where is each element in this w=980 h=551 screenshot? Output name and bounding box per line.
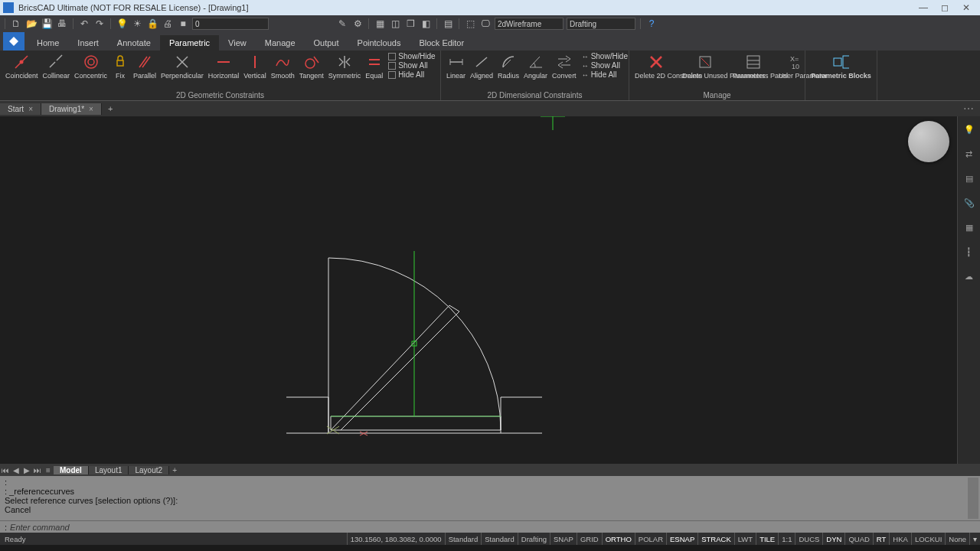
visual-style-dropdown[interactable]: 2dWireframe	[495, 18, 564, 30]
iso-icon[interactable]: ⬚	[464, 18, 476, 30]
dim-showall[interactable]: ↔Show All	[582, 61, 628, 70]
status-toggle-lockui[interactable]: LOCKUI	[911, 533, 945, 545]
parameters-panel-button[interactable]: Parameters Panel	[730, 52, 776, 81]
view-icon[interactable]: ◧	[420, 18, 432, 30]
dim-hideall[interactable]: ↔Hide All	[582, 70, 628, 79]
display-icon[interactable]: 🖵	[479, 18, 492, 30]
tab-insert[interactable]: Insert	[68, 35, 108, 51]
status-toggle-strack[interactable]: STRACK	[697, 533, 734, 545]
grid-icon[interactable]: ▦	[374, 18, 386, 30]
attachment-icon[interactable]: 📎	[962, 196, 976, 210]
geo-showall[interactable]: Show All	[388, 61, 435, 70]
parametric-blocks-button[interactable]: Parametric Blocks	[808, 52, 874, 81]
status-toggle-tile[interactable]: TILE	[756, 533, 778, 545]
grid2-icon[interactable]: ▤	[442, 18, 454, 30]
status-toggle-lwt[interactable]: LWT	[734, 533, 756, 545]
command-history[interactable]: : : _referencecurves Select reference cu…	[0, 476, 980, 520]
undo-icon[interactable]: ↶	[78, 18, 90, 30]
lightbulb-icon[interactable]: 💡	[116, 18, 128, 30]
cube-icon[interactable]: ❒	[404, 18, 416, 30]
parallel-button[interactable]: Parallel	[131, 52, 158, 81]
color-swatch-icon[interactable]: ■	[177, 18, 189, 30]
tips-icon[interactable]: 💡	[962, 122, 976, 136]
new-icon[interactable]: 🗋	[10, 18, 22, 30]
open-icon[interactable]: 📂	[25, 18, 38, 30]
equal-button[interactable]: Equal	[363, 52, 385, 81]
tab-output[interactable]: Output	[305, 35, 348, 51]
concentric-button[interactable]: Concentric	[72, 52, 109, 81]
maximize-button[interactable]: ◻	[934, 2, 956, 13]
settings-icon[interactable]: ⇄	[962, 147, 976, 161]
layout-next-icon[interactable]: ▶	[21, 466, 32, 474]
status-toggle-rt[interactable]: RT	[873, 533, 890, 545]
minimize-button[interactable]: —	[913, 2, 934, 13]
layout-2[interactable]: Layout2	[129, 466, 169, 474]
vertical-button[interactable]: Vertical	[241, 52, 269, 81]
status-toggle-snap[interactable]: SNAP	[550, 533, 577, 545]
command-input-row[interactable]: : Enter command	[0, 520, 980, 533]
radius-button[interactable]: Radius	[495, 52, 521, 81]
delete-unused-button[interactable]: Delete Unused Parameters	[680, 52, 730, 81]
status-toggle-esnap[interactable]: ESNAP	[666, 533, 697, 545]
status-dropdown-icon[interactable]: ▾	[969, 533, 980, 545]
layout-add-button[interactable]: +	[169, 466, 180, 474]
fix-button[interactable]: Fix	[109, 52, 131, 81]
scrollbar[interactable]	[968, 478, 978, 519]
close-icon[interactable]: ×	[28, 105, 33, 113]
layout-first-icon[interactable]: ⏮	[0, 466, 11, 474]
status-style[interactable]: Drafting	[518, 533, 550, 545]
close-button[interactable]: ✕	[956, 2, 977, 13]
status-toggle-1:1[interactable]: 1:1	[778, 533, 795, 545]
status-toggle-quad[interactable]: QUAD	[844, 533, 872, 545]
delete-constraints-button[interactable]: Delete 2D Constraints	[632, 52, 680, 81]
close-icon[interactable]: ×	[89, 105, 93, 113]
status-toggle-none[interactable]: None	[945, 533, 969, 545]
save-icon[interactable]: 💾	[41, 18, 53, 30]
printer-icon[interactable]: 🖨	[162, 18, 174, 30]
sun-icon[interactable]: ☀	[131, 18, 143, 30]
view-compass[interactable]	[908, 121, 949, 162]
redo-icon[interactable]: ↷	[93, 18, 106, 30]
smooth-button[interactable]: Smooth	[269, 52, 297, 81]
app-menu-button[interactable]	[3, 32, 24, 51]
horizontal-button[interactable]: Horizontal	[206, 52, 242, 81]
tangent-button[interactable]: Tangent	[297, 52, 326, 81]
layout-1[interactable]: Layout1	[89, 466, 129, 474]
layer-dropdown[interactable]: 0	[192, 18, 269, 30]
layout-list-icon[interactable]: ≡	[43, 466, 54, 474]
workspace-dropdown[interactable]: Drafting	[567, 18, 635, 30]
perpendicular-button[interactable]: Perpendicular	[158, 52, 206, 81]
tab-home[interactable]: Home	[28, 35, 68, 51]
wrench-icon[interactable]: ⚙	[351, 18, 364, 30]
symmetric-button[interactable]: Symmetric	[326, 52, 364, 81]
doc-tab-drawing1[interactable]: Drawing1*×	[41, 103, 102, 115]
aligned-button[interactable]: Aligned	[468, 52, 495, 81]
layout-model[interactable]: Model	[54, 466, 89, 474]
layout-last-icon[interactable]: ⏭	[32, 466, 43, 474]
tab-parametric[interactable]: Parametric	[160, 35, 219, 51]
status-std2[interactable]: Standard	[481, 533, 518, 545]
status-toggle-dyn[interactable]: DYN	[822, 533, 844, 545]
print-icon[interactable]: 🖶	[56, 18, 68, 30]
command-input[interactable]: Enter command	[10, 523, 70, 532]
angular-button[interactable]: Angular	[521, 52, 550, 81]
convert-button[interactable]: Convert	[550, 52, 579, 81]
help-icon[interactable]: ?	[645, 18, 658, 30]
geo-showhide[interactable]: Show/Hide	[388, 52, 435, 60]
doc-tab-start[interactable]: Start×	[0, 103, 41, 115]
tab-manage[interactable]: Manage	[256, 35, 305, 51]
tab-annotate[interactable]: Annotate	[108, 35, 160, 51]
dim-showhide[interactable]: ↔Show/Hide	[582, 52, 628, 60]
linear-button[interactable]: Linear	[444, 52, 468, 81]
tab-view[interactable]: View	[219, 35, 256, 51]
status-toggle-ducs[interactable]: DUCS	[795, 533, 822, 545]
add-tab-button[interactable]: +	[102, 104, 119, 113]
structure-icon[interactable]: ▦	[962, 220, 976, 234]
tab-block-editor[interactable]: Block Editor	[410, 35, 473, 51]
layout-prev-icon[interactable]: ◀	[11, 466, 21, 474]
layers-icon[interactable]: ▤	[962, 171, 976, 185]
coincident-button[interactable]: Coincident	[3, 52, 41, 81]
collinear-button[interactable]: Collinear	[41, 52, 73, 81]
tool-icon[interactable]: ✎	[336, 18, 348, 30]
status-toggle-grid[interactable]: GRID	[577, 533, 602, 545]
